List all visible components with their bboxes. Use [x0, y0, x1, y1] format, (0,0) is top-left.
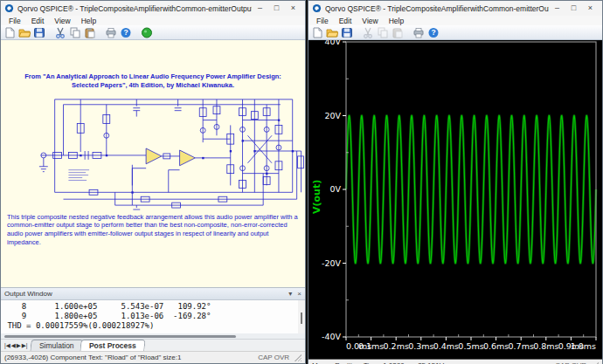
next-tab-icon[interactable]: ▶ [17, 341, 21, 349]
paste-icon [392, 27, 404, 38]
qspice-app-icon [4, 3, 14, 13]
help-icon[interactable]: ? [120, 27, 132, 38]
x-tick-label: 0.4ms [433, 341, 459, 351]
output-line: THD = 0.00017559%(0.000218927%) [3, 321, 305, 331]
print-icon[interactable] [412, 27, 425, 38]
resize-grip[interactable] [295, 354, 302, 361]
y-tick-label: 20V [324, 111, 341, 120]
status-bar: (26933,-4026) Component Text: "Rload" of… [1, 351, 305, 363]
output-window-close-icon[interactable]: × [297, 290, 302, 298]
menu-bar: FileEditViewHelp [308, 16, 602, 25]
tab-post-process[interactable]: Post Process [80, 340, 145, 351]
maximize-button[interactable]: □ [565, 2, 582, 15]
new-file-icon[interactable] [311, 27, 323, 38]
new-file-icon[interactable] [3, 27, 16, 38]
schematic-heading-line1: From "An Analytical Approach to Linear A… [1, 72, 305, 81]
help-icon[interactable]: ? [427, 27, 440, 38]
titlebar[interactable]: Qorvo QSPICE® - TripleCompositeAmplifier… [1, 1, 305, 16]
schematic-canvas[interactable]: From "An Analytical Approach to Linear A… [1, 40, 305, 287]
x-tick-label: 0.2ms [384, 341, 409, 351]
titlebar[interactable]: Qorvo QSPICE® - TripleCompositeAmplifier… [308, 1, 602, 16]
print-icon[interactable] [105, 27, 117, 38]
output-line: 9 1.800e+05 1.013e-06 -169.28° [3, 312, 305, 321]
copy-icon [377, 27, 389, 38]
menu-view[interactable]: View [50, 17, 74, 25]
status-text: (26933,-4026) Component Text: "Rload" of… [4, 354, 181, 361]
x-tick-label: 0.5ms [458, 341, 483, 351]
cut-icon[interactable] [54, 27, 66, 38]
tab-simulation[interactable]: Simulation [31, 340, 84, 351]
output-vertical-scrollbar[interactable] [298, 300, 305, 333]
waveform-plot-area[interactable]: 40V20V0V-20V-40V0.0ms0.1ms0.2ms0.3ms0.4m… [308, 40, 602, 359]
schematic-editor-window: Qorvo QSPICE® - TripleCompositeAmplifier… [0, 0, 306, 364]
menu-edit[interactable]: Edit [335, 17, 357, 25]
toolbar: ? [1, 25, 305, 40]
output-horizontal-scrollbar[interactable] [1, 333, 305, 339]
output-line: 8 1.600e+05 5.543e-07 109.92° [3, 302, 305, 312]
circuit-schematic-drawing [1, 91, 305, 211]
svg-text:?: ? [431, 28, 435, 37]
menu-edit[interactable]: Edit [27, 17, 49, 25]
last-tab-icon[interactable]: ▶| [22, 341, 28, 349]
maximize-button[interactable]: □ [268, 2, 285, 15]
waveform-viewer-window: Qorvo QSPICE® - TripleCompositeAmplifier… [308, 0, 603, 364]
minimize-button[interactable]: – [252, 2, 268, 15]
save-icon[interactable] [33, 27, 45, 38]
tab-bar: |◀ ◀ ▶ ▶| Simulation Post Process [1, 339, 305, 351]
schematic-heading-line2: Selected Papers", 4th Edition, by Michae… [1, 81, 305, 90]
close-button[interactable]: × [285, 2, 302, 15]
x-tick-label: 1.0ms [571, 341, 596, 351]
menu-help[interactable]: Help [77, 17, 100, 25]
output-window-collapse-icon[interactable]: ▾ [288, 290, 292, 298]
x-tick-label: 0.1ms [358, 341, 384, 351]
y-tick-label: -40V [322, 332, 342, 341]
save-icon[interactable] [341, 27, 353, 38]
y-axis-label-vout: V(out) [311, 180, 322, 214]
window-title: Qorvo QSPICE® - TripleCompositeAmplifier… [17, 4, 252, 13]
cap-ovr-indicator: CAP OVR [258, 354, 289, 361]
y-tick-label: -20V [322, 258, 342, 268]
waveform-plot[interactable]: 40V20V0V-20V-40V0.0ms0.1ms0.2ms0.3ms0.4m… [308, 40, 602, 355]
menu-view[interactable]: View [357, 17, 382, 25]
menu-bar: FileEditViewHelp [1, 16, 305, 25]
first-tab-icon[interactable]: |◀ [4, 341, 10, 349]
x-tick-label: 0.3ms [408, 341, 433, 351]
close-button[interactable]: × [582, 2, 599, 15]
x-tick-label: 0.7ms [509, 341, 534, 351]
output-window-titlebar[interactable]: Output Window ▾ × [1, 288, 305, 300]
tab-nav-buttons[interactable]: |◀ ◀ ▶ ▶| [4, 341, 27, 349]
schematic-heading: From "An Analytical Approach to Linear A… [1, 72, 305, 90]
status-bar: Mouse Position: Time=1.0380ms -25.151V C… [308, 359, 602, 364]
open-file-icon[interactable] [18, 27, 31, 38]
output-window-title: Output Window [4, 290, 52, 298]
toolbar: ? [308, 25, 602, 40]
y-tick-label: 0V [329, 184, 341, 194]
menu-file[interactable]: File [4, 17, 25, 25]
schematic-note: This triple composite nested negative fe… [1, 213, 305, 247]
paste-icon[interactable] [84, 27, 96, 38]
svg-text:?: ? [123, 28, 128, 37]
minimize-button[interactable]: – [549, 2, 565, 15]
menu-file[interactable]: File [312, 17, 333, 25]
menu-help[interactable]: Help [385, 17, 408, 25]
window-title: Qorvo QSPICE® - TripleCompositeAmplifier… [325, 4, 549, 13]
prev-tab-icon[interactable]: ◀ [11, 341, 16, 349]
y-tick-label: 40V [324, 40, 341, 46]
x-tick-label: 0.6ms [483, 341, 509, 351]
run-simulation-icon[interactable] [141, 27, 153, 38]
qspice-app-icon [312, 3, 322, 13]
copy-icon[interactable] [69, 27, 81, 38]
open-file-icon[interactable] [326, 27, 338, 38]
x-tick-label: 0.8ms [533, 341, 558, 351]
cut-icon [362, 27, 374, 38]
output-window-panel: Output Window ▾ × 8 1.600e+05 5.543e-07 … [1, 287, 305, 339]
output-window-text[interactable]: 8 1.600e+05 5.543e-07 109.92° 9 1.800e+0… [1, 300, 305, 333]
